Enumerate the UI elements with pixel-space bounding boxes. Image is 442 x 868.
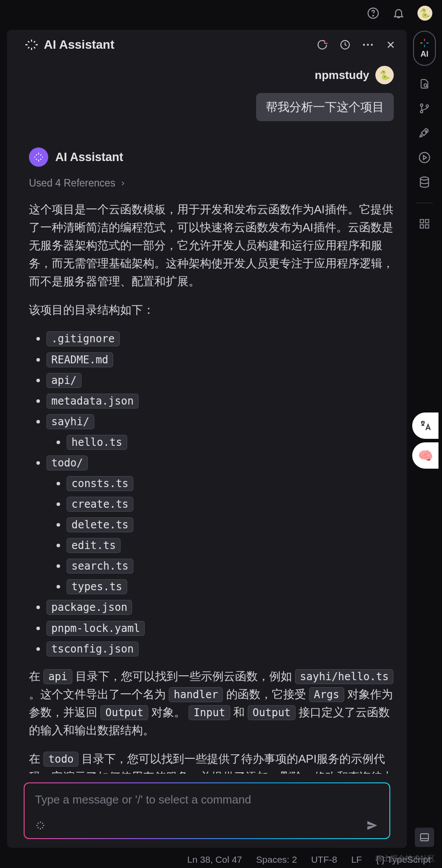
file-search-icon[interactable]	[418, 77, 431, 90]
code-handler: handler	[169, 687, 223, 702]
user-bubble: 帮我分析一下这个项目	[256, 93, 394, 121]
user-avatar[interactable]: 🐍	[417, 6, 432, 21]
ai-assistant-panel: AI Assistant npmstudy �	[7, 30, 407, 848]
svg-point-5	[371, 44, 373, 46]
input-placeholder: Type a message or '/' to select a comman…	[35, 793, 379, 807]
file-item: metadata.json	[46, 392, 399, 410]
code-api: api	[43, 669, 72, 684]
help-icon[interactable]	[367, 7, 380, 20]
file-item: package.json	[46, 598, 399, 616]
svg-point-10	[425, 131, 427, 133]
play-circle-icon[interactable]	[418, 151, 431, 164]
status-spaces[interactable]: Spaces: 2	[256, 854, 297, 865]
file-item: api/	[46, 371, 399, 389]
watermark: 稀土掘金技术社区	[375, 854, 435, 864]
translate-button[interactable]	[412, 412, 438, 439]
chat-body: npmstudy 🐍 帮我分析一下这个项目 AI Assistant Used …	[7, 60, 407, 774]
code-args: Args	[309, 687, 344, 702]
code-todo: todo	[43, 752, 78, 767]
status-eol[interactable]: LF	[351, 854, 362, 865]
code-output2: Output	[248, 705, 296, 720]
more-icon[interactable]	[362, 39, 374, 50]
svg-rect-14	[425, 219, 429, 223]
new-chat-icon[interactable]	[317, 39, 328, 50]
file-tree: .gitignoreREADME.mdapi/metadata.jsonsayh…	[29, 330, 399, 657]
user-message: npmstudy 🐍 帮我分析一下这个项目	[29, 66, 394, 121]
svg-rect-13	[420, 219, 424, 223]
svg-point-9	[426, 105, 428, 107]
svg-point-12	[421, 177, 429, 180]
file-item: todo/consts.tscreate.tsdelete.tsedit.tss…	[46, 454, 399, 596]
assistant-name: AI Assistant	[55, 151, 123, 164]
git-branch-icon[interactable]	[418, 102, 431, 115]
svg-point-6	[424, 84, 427, 87]
user-avatar-small: 🐍	[375, 66, 394, 84]
svg-rect-17	[421, 834, 428, 841]
file-item: sayhi/hello.ts	[46, 412, 399, 451]
svg-point-4	[367, 44, 369, 46]
status-position[interactable]: Ln 38, Col 47	[187, 854, 242, 865]
input-area: Type a message or '/' to select a comman…	[7, 774, 407, 848]
file-item: README.md	[46, 351, 399, 369]
response-paragraph: 该项目的目录结构如下：	[29, 301, 399, 319]
code-output: Output	[100, 705, 148, 720]
sparkle-icon	[25, 39, 38, 51]
references-link[interactable]: Used 4 References	[29, 177, 399, 189]
send-icon[interactable]	[366, 819, 379, 832]
history-icon[interactable]	[339, 39, 351, 50]
bell-icon[interactable]	[392, 7, 405, 20]
panel-toggle-icon[interactable]	[415, 828, 434, 847]
sparkle-small-icon[interactable]	[35, 820, 46, 831]
response-paragraph: 在 api 目录下，您可以找到一些示例云函数，例如 sayhi/hello.ts…	[29, 667, 399, 739]
ai-badge[interactable]: AI	[413, 31, 436, 66]
user-name: npmstudy	[315, 68, 369, 82]
file-item: pnpm-lock.yaml	[46, 619, 399, 637]
response-paragraph: 这个项目是一个云函数模板，用于开发和发布云函数作为AI插件。它提供了一种清晰简洁…	[29, 201, 399, 291]
assistant-avatar	[29, 147, 48, 167]
top-bar: 🐍	[0, 0, 442, 26]
code-hello: sayhi/hello.ts	[295, 669, 393, 684]
message-input[interactable]: Type a message or '/' to select a comman…	[24, 782, 390, 839]
svg-point-8	[421, 111, 423, 113]
rocket-icon[interactable]	[418, 126, 431, 140]
panel-title: AI Assistant	[44, 38, 310, 52]
svg-point-1	[373, 15, 374, 16]
status-encoding[interactable]: UTF-8	[311, 854, 337, 865]
file-item: tsconfig.json	[46, 640, 399, 658]
panel-header: AI Assistant	[7, 30, 407, 60]
close-icon[interactable]	[385, 39, 396, 50]
grid-icon[interactable]	[418, 217, 431, 230]
svg-point-11	[419, 152, 429, 162]
floating-buttons: 🧠	[412, 412, 438, 469]
file-item: .gitignore	[46, 330, 399, 348]
assistant-response: 这个项目是一个云函数模板，用于开发和发布云函数作为AI插件。它提供了一种清晰简洁…	[29, 201, 399, 774]
svg-point-7	[421, 104, 423, 106]
assistant-header: AI Assistant	[29, 147, 399, 167]
response-paragraph: 在 todo 目录下，您可以找到一些提供了待办事项的API服务的示例代码。它演示…	[29, 750, 399, 774]
svg-rect-16	[425, 225, 429, 228]
brain-button[interactable]: 🧠	[412, 442, 438, 469]
code-input: Input	[189, 705, 230, 720]
svg-rect-15	[420, 225, 424, 228]
svg-point-3	[363, 44, 365, 46]
database-icon[interactable]	[418, 176, 431, 189]
